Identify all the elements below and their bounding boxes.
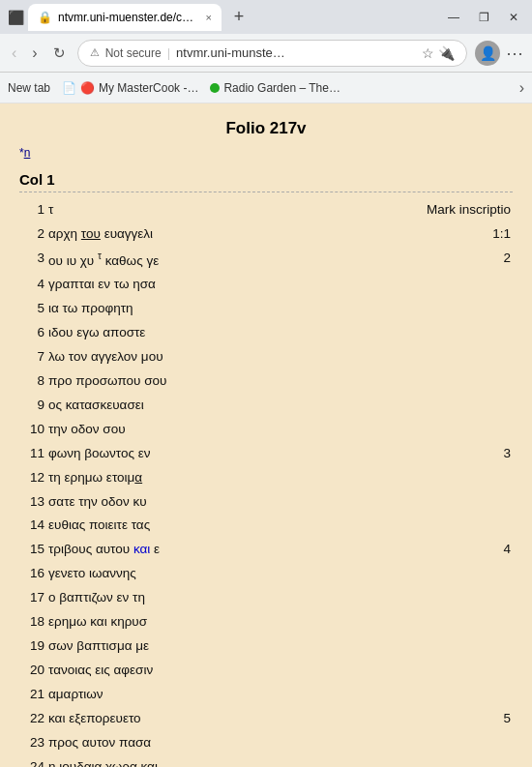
- table-row: 10 την οδον σου: [19, 418, 513, 442]
- line-number: 4: [19, 273, 46, 297]
- mark-col: [317, 514, 513, 538]
- security-warning-icon: ⚠: [90, 46, 100, 59]
- line-number: 23: [19, 731, 46, 755]
- col-heading: Col 1: [19, 171, 513, 192]
- url-text: ntvmr.uni-munste…: [176, 45, 416, 60]
- title-bar: ⬛ 🔒 ntvmr.uni-muenster.de/commun… × + — …: [0, 0, 532, 34]
- security-label: Not secure: [105, 46, 162, 60]
- line-number: 3: [19, 247, 46, 273]
- verse-number: 5: [317, 707, 513, 731]
- line-number: 9: [19, 394, 46, 418]
- maximize-btn[interactable]: ❐: [473, 9, 495, 26]
- line-text: ος κατασκευασει: [46, 394, 317, 418]
- line-text: τη ερημω ετοιμα: [46, 466, 317, 490]
- line-text: και εξεπορευετο: [46, 707, 317, 731]
- tab-favicon: 🔒: [38, 11, 52, 24]
- verse-number: 3: [317, 442, 513, 466]
- table-row: 13 σατε την οδον κυ: [19, 490, 513, 515]
- line-number: 15: [19, 538, 46, 562]
- table-row: 9 ος κατασκευασει: [19, 394, 513, 418]
- table-row: 21 αμαρτιων: [19, 683, 513, 707]
- line-number: 17: [19, 586, 46, 610]
- verse-number: 4: [317, 538, 513, 562]
- manuscript-text-table: 1 τ Mark inscriptio 2 αρχη του ευαγγελι …: [19, 198, 513, 767]
- line-number: 6: [19, 321, 46, 345]
- line-text: τ: [46, 198, 317, 222]
- line-number: 2: [19, 222, 46, 247]
- tab-close-btn[interactable]: ×: [206, 12, 212, 23]
- back-button[interactable]: ‹: [8, 41, 20, 66]
- new-tab-button[interactable]: +: [225, 4, 252, 31]
- line-text: ερημω και κηρυσ: [46, 610, 317, 634]
- mark-col: [317, 369, 513, 394]
- line-text: τριβους αυτου και ε: [46, 538, 317, 562]
- table-row: 6 ιδου εγω αποστε: [19, 321, 513, 345]
- table-row: 14 ευθιας ποιειτε τας: [19, 514, 513, 538]
- minimize-btn[interactable]: —: [442, 9, 465, 26]
- mark-col: [317, 466, 513, 490]
- mastercook-favicon: 📄: [62, 81, 76, 95]
- line-number: 12: [19, 466, 46, 490]
- page-title: Folio 217v: [19, 119, 513, 138]
- line-text: ο βαπτιζων εν τη: [46, 586, 317, 610]
- line-number: 11: [19, 442, 46, 466]
- mark-col: [317, 586, 513, 610]
- mark-col: [317, 659, 513, 683]
- line-text: την οδον σου: [46, 418, 317, 442]
- mark-col: [317, 418, 513, 442]
- table-row: 1 τ Mark inscriptio: [19, 198, 513, 222]
- page-content: Folio 217v *n Col 1 1 τ Mark inscriptio …: [0, 103, 532, 767]
- bookmark-mastercook[interactable]: 📄 🔴 My MasterCook -…: [62, 81, 198, 95]
- line-number: 19: [19, 634, 46, 659]
- line-text: λω τον αγγελον μου: [46, 345, 317, 369]
- table-row: 18 ερημω και κηρυσ: [19, 610, 513, 634]
- bookmark-star-icon[interactable]: ☆: [422, 45, 434, 61]
- line-text: σατε την οδον κυ: [46, 490, 317, 515]
- table-row: 3 ου ιυ χυ τ καθως γε 2: [19, 247, 513, 273]
- extension-icon[interactable]: 🔌: [438, 45, 455, 61]
- line-number: 8: [19, 369, 46, 394]
- bookmark-new-tab[interactable]: New tab: [8, 81, 50, 95]
- line-number: 1: [19, 198, 46, 222]
- active-tab[interactable]: 🔒 ntvmr.uni-muenster.de/commun… ×: [28, 4, 222, 31]
- mark-col: [317, 562, 513, 586]
- table-row: 4 γραπται εν τω ησα: [19, 273, 513, 297]
- mark-col: [317, 297, 513, 321]
- superscript-t: τ: [98, 251, 102, 261]
- underlined-word: α: [134, 470, 142, 485]
- line-number: 5: [19, 297, 46, 321]
- profile-button[interactable]: 👤: [475, 41, 500, 66]
- close-btn[interactable]: ✕: [503, 9, 524, 26]
- mark-col: [317, 683, 513, 707]
- browser-menu-button[interactable]: ⋯: [506, 43, 524, 64]
- table-row: 23 προς αυτον πασα: [19, 731, 513, 755]
- table-row: 20 τανοιας εις αφεσιν: [19, 659, 513, 683]
- tab-title: ntvmr.uni-muenster.de/commun…: [58, 11, 200, 24]
- underlined-word: του: [81, 226, 101, 241]
- mark-col: [317, 321, 513, 345]
- bookmark-radio-garden[interactable]: Radio Garden – The…: [210, 81, 340, 95]
- table-row: 22 και εξεπορευετο 5: [19, 707, 513, 731]
- bookmarks-more-button[interactable]: ›: [519, 79, 524, 97]
- forward-button[interactable]: ›: [28, 41, 41, 66]
- line-number: 10: [19, 418, 46, 442]
- line-text: σων βαπτισμα με: [46, 634, 317, 659]
- url-icons: ☆ 🔌: [422, 45, 455, 61]
- mastercook-favicon2: 🔴: [80, 81, 95, 95]
- line-text: φωνη βοωντος εν: [46, 442, 317, 466]
- reload-button[interactable]: ↻: [49, 41, 70, 66]
- line-number: 20: [19, 659, 46, 683]
- mark-col: [317, 731, 513, 755]
- line-number: 14: [19, 514, 46, 538]
- radio-garden-dot: [210, 83, 220, 93]
- line-number: 13: [19, 490, 46, 515]
- mark-col: [317, 273, 513, 297]
- verse-number: 2: [317, 247, 513, 273]
- line-number: 21: [19, 683, 46, 707]
- url-bar[interactable]: ⚠ Not secure | ntvmr.uni-munste… ☆ 🔌: [77, 40, 467, 67]
- line-number: 7: [19, 345, 46, 369]
- tab-bar: 🔒 ntvmr.uni-muenster.de/commun… × +: [28, 4, 438, 31]
- line-text: ευθιας ποιειτε τας: [46, 514, 317, 538]
- table-row: 16 γενετο ιωαννης: [19, 562, 513, 586]
- line-number: 16: [19, 562, 46, 586]
